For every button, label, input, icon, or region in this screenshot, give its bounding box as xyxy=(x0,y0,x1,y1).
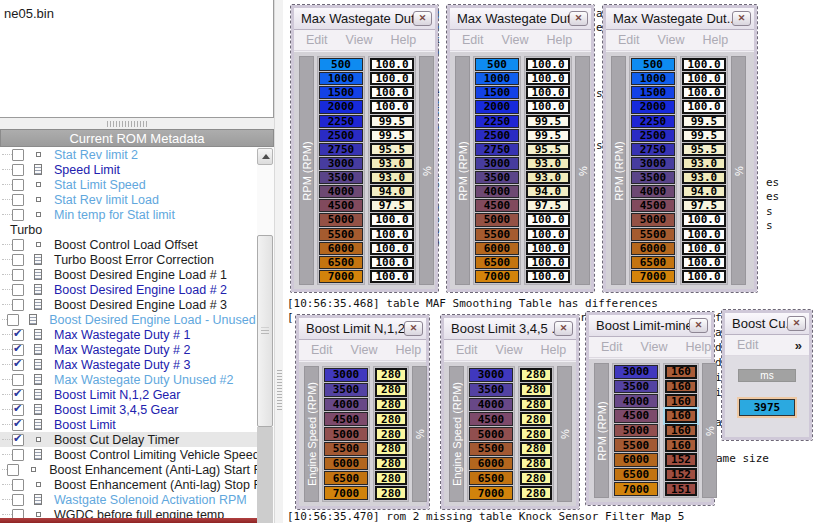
checkbox[interactable] xyxy=(12,374,24,386)
title-bar[interactable]: Boost Limit-mine...✕ xyxy=(589,315,711,337)
table-cell[interactable]: 160 xyxy=(665,365,697,379)
table-cell[interactable]: 3975 xyxy=(739,399,795,416)
axis-cell[interactable]: 4000 xyxy=(319,185,363,198)
axis-cell[interactable]: 2750 xyxy=(631,143,675,156)
scrollbar-thumb[interactable] xyxy=(257,235,273,427)
table-cell[interactable]: 94.0 xyxy=(370,185,414,198)
checkbox[interactable] xyxy=(12,479,24,491)
tree-item[interactable]: Boost Desired Engine Load # 1 xyxy=(0,267,273,282)
table-cell[interactable]: 280 xyxy=(375,412,407,426)
axis-cell[interactable]: 6000 xyxy=(324,457,368,471)
axis-cell[interactable]: 3000 xyxy=(475,157,519,170)
tree-item[interactable]: Max Wastegate Duty Unused #2 xyxy=(0,372,273,387)
table-cell[interactable]: 280 xyxy=(520,442,552,456)
axis-cell[interactable]: 2500 xyxy=(631,129,675,142)
tree-item[interactable]: ✔Boost Limit N,1,2 Gear xyxy=(0,387,273,402)
menu-item-view[interactable]: View xyxy=(502,33,529,47)
axis-cell[interactable]: 5000 xyxy=(324,427,368,441)
axis-cell[interactable]: 4500 xyxy=(319,199,363,212)
checkbox[interactable]: ✔ xyxy=(12,389,24,401)
checkbox[interactable] xyxy=(7,314,19,326)
axis-cell[interactable]: 500 xyxy=(631,58,675,71)
axis-cell[interactable]: 4500 xyxy=(475,199,519,212)
checkbox[interactable]: ✔ xyxy=(12,359,24,371)
table-cell[interactable]: 100.0 xyxy=(526,270,570,283)
menu-item-edit[interactable]: Edit xyxy=(737,338,759,352)
axis-cell[interactable]: 7000 xyxy=(324,486,368,500)
menu-item-view[interactable]: View xyxy=(346,33,373,47)
axis-cell[interactable]: 2500 xyxy=(475,129,519,142)
checkbox[interactable] xyxy=(12,269,24,281)
tree-item[interactable]: ✔Boost Limit 3,4,5 Gear xyxy=(0,402,273,417)
tree-item[interactable]: ✔Max Wastegate Duty # 2 xyxy=(0,342,273,357)
checkbox[interactable] xyxy=(12,449,24,461)
axis-cell[interactable]: 6500 xyxy=(324,471,368,485)
axis-cell[interactable]: 5500 xyxy=(475,228,519,241)
vertical-splitter[interactable] xyxy=(274,0,283,523)
menu-item-help[interactable]: Help xyxy=(390,33,416,47)
axis-cell[interactable]: 6000 xyxy=(319,242,363,255)
axis-cell[interactable]: 7000 xyxy=(469,486,513,500)
axis-cell[interactable]: 1000 xyxy=(475,72,519,85)
axis-cell[interactable]: 4500 xyxy=(324,412,368,426)
close-button[interactable]: ✕ xyxy=(404,321,423,336)
axis-cell[interactable]: 3500 xyxy=(469,383,513,397)
table-cell[interactable]: 280 xyxy=(520,427,552,441)
table-cell[interactable]: 100.0 xyxy=(682,256,726,269)
menu-item-view[interactable]: View xyxy=(351,343,378,357)
table-cell[interactable]: 99.5 xyxy=(526,115,570,128)
tree-item[interactable]: Speed Limit xyxy=(0,162,273,177)
table-cell[interactable]: 93.0 xyxy=(682,171,726,184)
table-cell[interactable]: 100.0 xyxy=(682,213,726,226)
axis-cell[interactable]: 6500 xyxy=(614,468,658,482)
axis-cell[interactable]: 3500 xyxy=(475,171,519,184)
close-button[interactable]: ✕ xyxy=(732,11,751,26)
axis-cell[interactable]: 1500 xyxy=(631,86,675,99)
menu-item-help[interactable]: Help xyxy=(540,343,566,357)
axis-cell[interactable]: 7000 xyxy=(631,270,675,283)
axis-cell[interactable]: 4000 xyxy=(614,394,658,408)
tree-item[interactable]: Stat Limit Speed xyxy=(0,177,273,192)
table-cell[interactable]: 99.5 xyxy=(370,115,414,128)
tree-item[interactable]: Boost Control Limiting Vehicle Speed xyxy=(0,447,273,462)
table-cell[interactable]: 280 xyxy=(520,412,552,426)
checkbox[interactable]: ✔ xyxy=(12,404,24,416)
axis-cell[interactable]: 4000 xyxy=(469,398,513,412)
menu-item-edit[interactable]: Edit xyxy=(601,340,623,354)
checkbox[interactable] xyxy=(12,284,24,296)
table-cell[interactable]: 100.0 xyxy=(370,86,414,99)
table-cell[interactable]: 280 xyxy=(520,471,552,485)
axis-cell[interactable]: 2750 xyxy=(319,143,363,156)
table-cell[interactable]: 99.5 xyxy=(682,115,726,128)
table-cell[interactable]: 100.0 xyxy=(370,213,414,226)
axis-cell[interactable]: 6000 xyxy=(475,242,519,255)
axis-cell[interactable]: 3000 xyxy=(614,365,658,379)
axis-cell[interactable]: 3500 xyxy=(319,171,363,184)
table-cell[interactable]: 100.0 xyxy=(526,256,570,269)
axis-cell[interactable]: 4000 xyxy=(475,185,519,198)
table-cell[interactable]: 160 xyxy=(665,438,697,452)
scrollbar-track[interactable] xyxy=(257,427,273,523)
axis-cell[interactable]: 1500 xyxy=(319,86,363,99)
table-cell[interactable]: 100.0 xyxy=(526,58,570,71)
tree-item[interactable]: Turbo Boost Error Correction xyxy=(0,252,273,267)
table-cell[interactable]: 160 xyxy=(665,409,697,423)
table-cell[interactable]: 93.0 xyxy=(370,171,414,184)
menu-item-help[interactable]: Help xyxy=(395,343,421,357)
axis-cell[interactable]: 500 xyxy=(475,58,519,71)
rom-file-panel[interactable]: ne05.bin xyxy=(0,0,274,118)
axis-cell[interactable]: 6500 xyxy=(631,256,675,269)
tree-item[interactable]: Boost Desired Engine Load # 2 xyxy=(0,282,273,297)
tree-scrollbar[interactable] xyxy=(257,147,274,523)
tree-item[interactable]: Stat Rev limit 2 xyxy=(0,147,273,162)
axis-cell[interactable]: 2750 xyxy=(475,143,519,156)
table-cell[interactable]: 94.0 xyxy=(682,185,726,198)
table-cell[interactable]: 280 xyxy=(375,368,407,382)
menu-item-help[interactable]: Help xyxy=(546,33,572,47)
table-cell[interactable]: 100.0 xyxy=(526,100,570,113)
axis-cell[interactable]: 7000 xyxy=(319,270,363,283)
axis-cell[interactable]: 2250 xyxy=(319,115,363,128)
table-cell[interactable]: 99.5 xyxy=(682,129,726,142)
horizontal-splitter[interactable] xyxy=(0,119,274,129)
table-cell[interactable]: 280 xyxy=(375,457,407,471)
